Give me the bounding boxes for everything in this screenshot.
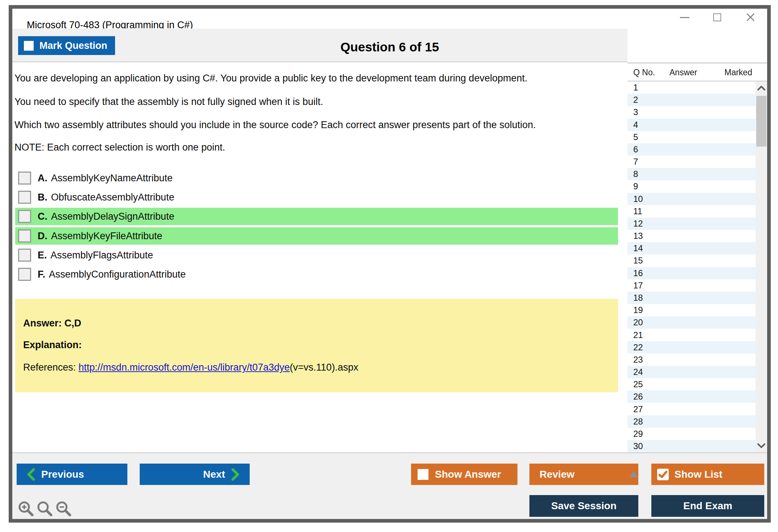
option-letter: B. xyxy=(38,192,47,203)
question-number: 6 xyxy=(627,144,638,155)
question-list-row[interactable]: 19 xyxy=(627,304,756,316)
option-text: ObfuscateAssemblyAttribute xyxy=(51,192,174,203)
minimize-button[interactable] xyxy=(677,9,693,25)
show-list-button[interactable]: Show List xyxy=(651,464,764,485)
minimize-icon xyxy=(680,17,689,18)
question-number: 10 xyxy=(627,194,643,204)
question-number: 12 xyxy=(627,219,643,229)
question-list-row[interactable]: 29 xyxy=(627,428,756,440)
show-answer-label: Show Answer xyxy=(435,469,501,480)
header-divider xyxy=(12,62,627,62)
scrollbar-down-button[interactable] xyxy=(756,439,767,452)
question-list-row[interactable]: 30 xyxy=(627,440,756,452)
question-list-row[interactable]: 16 xyxy=(627,267,756,279)
review-button[interactable]: Review xyxy=(529,464,638,485)
question-list-row[interactable]: 4 xyxy=(627,119,756,131)
question-list-row[interactable]: 28 xyxy=(627,415,756,428)
previous-button[interactable]: Previous xyxy=(17,464,127,485)
next-button[interactable]: Next xyxy=(140,464,250,485)
question-list-row[interactable]: 17 xyxy=(627,279,756,292)
question-list-row[interactable]: 8 xyxy=(627,168,756,180)
option-letter: D. xyxy=(38,231,47,242)
show-answer-checkbox[interactable] xyxy=(418,469,428,480)
question-list-row[interactable]: 22 xyxy=(627,341,756,354)
question-number: 1 xyxy=(627,83,638,93)
option-row-c[interactable]: C. AssemblyDelaySignAttribute xyxy=(15,208,618,225)
question-list-row[interactable]: 12 xyxy=(627,218,756,230)
option-checkbox-b[interactable] xyxy=(18,191,31,204)
close-button[interactable] xyxy=(743,9,758,25)
question-list-row[interactable]: 26 xyxy=(627,390,756,403)
option-checkbox-c[interactable] xyxy=(18,210,31,223)
option-row-d[interactable]: D. AssemblyKeyFileAttribute xyxy=(15,227,618,245)
option-row-f[interactable]: F. AssemblyConfigurationAttribute xyxy=(15,266,618,283)
end-exam-label: End Exam xyxy=(683,500,732,512)
option-checkbox-d[interactable] xyxy=(18,229,31,242)
show-list-label: Show List xyxy=(675,469,722,480)
question-number: 26 xyxy=(627,392,643,402)
option-checkbox-a[interactable] xyxy=(18,172,31,185)
option-text: AssemblyKeyNameAttribute xyxy=(51,173,173,184)
save-session-button[interactable]: Save Session xyxy=(529,495,638,517)
question-list-row[interactable]: 11 xyxy=(627,205,756,218)
question-counter: Question 6 of 15 xyxy=(12,40,767,54)
question-list-row[interactable]: 18 xyxy=(627,292,756,304)
maximize-button[interactable] xyxy=(709,9,725,25)
question-list-row[interactable]: 23 xyxy=(627,354,756,366)
question-list-row[interactable]: 3 xyxy=(627,106,756,118)
show-list-checkbox[interactable] xyxy=(657,469,669,480)
question-list-row[interactable]: 10 xyxy=(627,193,756,205)
scrollbar-up-icon xyxy=(757,85,765,90)
question-list-row[interactable]: 20 xyxy=(627,316,756,329)
question-list-row[interactable]: 13 xyxy=(627,230,756,242)
question-number: 24 xyxy=(627,367,643,377)
option-row-b[interactable]: B. ObfuscateAssemblyAttribute xyxy=(15,189,618,206)
zoom-in-icon[interactable] xyxy=(17,500,35,518)
end-exam-button[interactable]: End Exam xyxy=(651,495,764,517)
question-list-scrollbar[interactable] xyxy=(756,81,767,452)
column-answer: Answer xyxy=(669,68,697,77)
question-number: 16 xyxy=(627,268,643,278)
question-list-row[interactable]: 14 xyxy=(627,242,756,254)
app-window: Microsoft 70-483 (Programming in C#) Mar… xyxy=(9,5,771,523)
references-label: References: xyxy=(23,362,79,373)
question-number: 23 xyxy=(627,355,643,365)
option-checkbox-e[interactable] xyxy=(18,249,31,262)
close-icon xyxy=(746,13,755,22)
footer-bar: Previous Next Show Answer Review Show Li… xyxy=(12,453,767,519)
option-text: AssemblyConfigurationAttribute xyxy=(49,269,186,280)
zoom-out-icon[interactable] xyxy=(55,500,72,518)
question-list-row[interactable]: 7 xyxy=(627,156,756,168)
explanation-label: Explanation: xyxy=(23,339,82,351)
scrollbar-down-icon xyxy=(757,443,765,448)
question-number: 21 xyxy=(627,330,643,340)
zoom-reset-icon[interactable] xyxy=(36,500,54,518)
question-list-row[interactable]: 25 xyxy=(627,378,756,390)
option-row-e[interactable]: E. AssemblyFlagsAttribute xyxy=(15,246,618,264)
question-list-header: Q No. Answer Marked xyxy=(627,63,767,81)
column-qno: Q No. xyxy=(633,68,655,77)
question-list-row[interactable]: 1 xyxy=(627,81,756,94)
question-list-row[interactable]: 2 xyxy=(627,94,756,106)
show-answer-button[interactable]: Show Answer xyxy=(411,464,517,485)
question-list-row[interactable]: 5 xyxy=(627,131,756,143)
question-list-row[interactable]: 27 xyxy=(627,403,756,415)
option-text: AssemblyKeyFileAttribute xyxy=(51,231,162,242)
option-row-a[interactable]: A. AssemblyKeyNameAttribute xyxy=(15,169,618,187)
scrollbar-up-button[interactable] xyxy=(756,81,767,94)
reference-link[interactable]: http://msdn.microsoft.com/en-us/library/… xyxy=(79,362,290,373)
question-list-row[interactable]: 21 xyxy=(627,329,756,341)
question-list-row[interactable]: 6 xyxy=(627,143,756,156)
question-list-row[interactable]: 9 xyxy=(627,180,756,193)
question-list-row[interactable]: 15 xyxy=(627,254,756,267)
option-checkbox-f[interactable] xyxy=(18,268,31,281)
references-line: References: http://msdn.microsoft.com/en… xyxy=(23,362,358,373)
question-number: 22 xyxy=(627,342,643,352)
scrollbar-thumb[interactable] xyxy=(756,96,766,147)
question-number: 18 xyxy=(627,293,643,303)
question-paragraph: Which two assembly attributes should you… xyxy=(14,119,615,131)
question-number: 28 xyxy=(627,417,643,427)
reference-link-suffix: (v=vs.110).aspx xyxy=(290,362,358,373)
question-list-row[interactable]: 24 xyxy=(627,366,756,378)
question-number: 7 xyxy=(627,157,638,167)
